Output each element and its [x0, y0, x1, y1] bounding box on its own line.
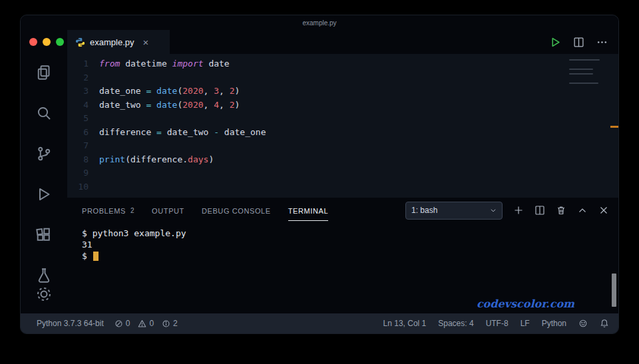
activitybar-testing[interactable] — [35, 266, 53, 285]
status-item-lf[interactable]: LF — [521, 319, 530, 328]
code-token: 2020 — [182, 100, 203, 110]
bell-icon — [600, 319, 609, 328]
activitybar-settings[interactable] — [35, 285, 53, 303]
code-token: from — [99, 59, 120, 69]
activitybar-source-control[interactable] — [35, 144, 53, 163]
bottom-panel: PROBLEMS2OUTPUTDEBUG CONSOLETERMINAL 1: … — [67, 198, 618, 313]
status-problems[interactable]: 0 0 2 — [114, 319, 178, 328]
code-token: print — [99, 154, 125, 164]
search-icon — [36, 105, 52, 121]
error-icon — [114, 319, 123, 328]
code-token: = — [156, 127, 162, 137]
warning-icon — [138, 319, 146, 328]
terminal-shell-select[interactable]: 1: bash — [405, 202, 503, 220]
tab-example-py[interactable]: example.py × — [67, 30, 170, 54]
tab-close-icon[interactable]: × — [142, 37, 148, 47]
terminal-prompt: $ — [82, 251, 93, 261]
kill-terminal-button[interactable] — [556, 205, 566, 216]
line-number: 9 — [67, 166, 99, 180]
status-warnings: 0 — [138, 319, 154, 328]
window-titlebar[interactable]: example.py — [21, 15, 618, 30]
activitybar-search[interactable] — [35, 104, 53, 122]
terminal[interactable]: codevscolor.com $ python3 example.py31$ — [67, 223, 618, 313]
new-terminal-button[interactable] — [513, 205, 524, 216]
panel-tab-label: DEBUG CONSOLE — [202, 207, 271, 215]
code-token: ) — [208, 154, 214, 164]
panel-tab-terminal[interactable]: TERMINAL — [288, 200, 328, 221]
code-line[interactable]: 2 — [67, 71, 618, 85]
panel-tab-output[interactable]: OUTPUT — [152, 200, 184, 221]
panel-tab-label: TERMINAL — [288, 207, 328, 215]
split-editor-icon — [573, 37, 584, 48]
close-panel-button[interactable] — [598, 205, 609, 216]
source-control-icon — [36, 146, 52, 162]
maximize-panel-button[interactable] — [577, 205, 588, 216]
code-line-text — [99, 139, 105, 153]
panel-tab-debug-console[interactable]: DEBUG CONSOLE — [202, 200, 271, 221]
code-line-text — [99, 112, 105, 126]
vscode-window: example.py — [20, 15, 619, 334]
more-actions-button[interactable] — [596, 37, 608, 48]
desktop: example.py — [0, 0, 639, 364]
status-item-ln-13-col-1[interactable]: Ln 13, Col 1 — [383, 319, 427, 328]
code-line[interactable]: 4date_two = date(2020, 4, 2) — [67, 98, 618, 112]
code-line-text: date_one = date(2020, 3, 2) — [99, 85, 240, 98]
code-line[interactable]: 10 — [67, 180, 618, 194]
code-line[interactable]: 9 — [67, 166, 618, 180]
editor-content: example.py × — [67, 30, 618, 313]
line-number: 4 — [67, 98, 99, 112]
panel-controls: 1: bash — [405, 202, 609, 220]
split-terminal-button[interactable] — [534, 205, 545, 216]
code-line[interactable]: 6difference = date_two - date_one — [67, 126, 618, 140]
terminal-prompt-line: $ — [82, 250, 618, 262]
info-count: 2 — [173, 319, 178, 328]
code-line-text: date_two = date(2020, 4, 2) — [99, 98, 240, 112]
code-line-text — [99, 71, 105, 85]
run-file-button[interactable] — [550, 37, 561, 48]
plus-icon — [513, 205, 524, 216]
main-area: example.py × — [21, 30, 618, 313]
minimap-line — [569, 69, 593, 70]
code-token: 2 — [230, 86, 235, 96]
panel-tab-problems[interactable]: PROBLEMS2 — [82, 200, 134, 221]
status-item-spaces-4[interactable]: Spaces: 4 — [438, 319, 473, 328]
code-line[interactable]: 7 — [67, 139, 618, 153]
activity-bar — [21, 30, 67, 313]
terminal-line: $ python3 example.py — [82, 228, 618, 239]
status-item-python[interactable]: Python — [542, 319, 566, 328]
terminal-scrollbar[interactable] — [612, 273, 616, 307]
status-python-version[interactable]: Python 3.7.3 64-bit — [37, 319, 104, 328]
terminal-line: 31 — [82, 239, 618, 250]
panel-tab-label: OUTPUT — [152, 207, 184, 215]
code-token: , — [219, 100, 230, 110]
terminal-cursor — [93, 252, 99, 261]
code-line[interactable]: 5 — [67, 112, 618, 126]
code-line[interactable]: 8print(difference.days) — [67, 153, 618, 167]
zoom-window-button[interactable] — [56, 38, 64, 46]
feedback-button[interactable] — [578, 319, 588, 328]
extensions-icon — [36, 227, 52, 243]
error-count: 0 — [126, 319, 130, 328]
code-line[interactable]: 1from datetime import date — [67, 57, 618, 71]
close-window-button[interactable] — [29, 38, 37, 46]
status-infos: 2 — [162, 319, 178, 328]
minimap[interactable] — [569, 59, 608, 87]
activitybar-explorer[interactable] — [35, 63, 53, 82]
info-icon — [162, 319, 170, 328]
watermark: codevscolor.com — [477, 298, 574, 309]
status-item-utf-8[interactable]: UTF-8 — [486, 319, 509, 328]
trash-icon — [556, 205, 566, 216]
code-area: 1from datetime import date2 3date_one = … — [67, 54, 618, 194]
panel-tab-label: PROBLEMS — [82, 207, 126, 215]
activitybar-extensions[interactable] — [35, 226, 53, 244]
minimize-window-button[interactable] — [43, 38, 51, 46]
split-editor-button[interactable] — [573, 37, 584, 48]
activitybar-run-debug[interactable] — [35, 185, 53, 204]
code-token: , — [219, 86, 230, 96]
close-icon — [598, 205, 609, 216]
status-errors: 0 — [114, 319, 130, 328]
code-line[interactable]: 3date_one = date(2020, 3, 2) — [67, 85, 618, 98]
minimap-line — [569, 59, 600, 61]
notifications-button[interactable] — [600, 319, 609, 328]
code-editor[interactable]: 1from datetime import date2 3date_one = … — [67, 54, 618, 198]
